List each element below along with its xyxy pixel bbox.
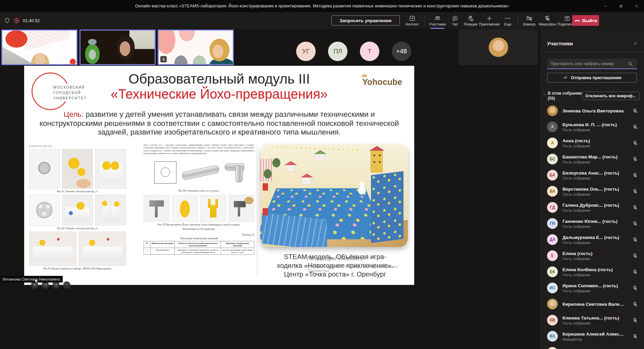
mic-off-icon[interactable] — [632, 285, 638, 291]
leave-button[interactable]: Выйти — [572, 15, 599, 26]
participant-text: Верстакова Оль... (гость)Гость собрания — [562, 186, 619, 197]
mic-off-icon[interactable] — [632, 269, 638, 275]
tab-more[interactable]: Еще — [500, 12, 516, 29]
avatar — [547, 105, 558, 116]
table-header: № — [144, 241, 151, 248]
participant-row[interactable]: ЕЕлена (гость)Гость собрания — [540, 248, 644, 264]
button-label: Реакции — [464, 22, 478, 26]
window-controls — [598, 0, 644, 12]
tab-reactions[interactable]: Реакции — [463, 12, 479, 29]
table-title: Типология технических решений — [144, 237, 254, 240]
tab-apps[interactable]: Приложения — [479, 12, 500, 29]
participant-name: Галина Дубровс... (гость) — [562, 202, 619, 208]
tab-people[interactable]: Участники — [427, 12, 448, 29]
mic-off-icon[interactable] — [632, 237, 638, 243]
participant-row[interactable]: БСБашкатова Мар... (гость)Гость собрания — [540, 151, 644, 167]
button-label: Приложения — [479, 22, 499, 26]
avatar: Е — [547, 250, 558, 261]
mic-off-icon[interactable] — [632, 172, 638, 178]
participant-text: Галина Дубровс... (гость)Гость собрания — [562, 202, 619, 213]
participant-row[interactable]: ААнна (гость)Гость собрания — [540, 135, 644, 151]
mic-off-icon[interactable] — [632, 205, 638, 210]
mic-off-icon[interactable] — [632, 156, 638, 162]
participant-role: Гость собрания — [562, 208, 619, 213]
slide-figures-mid: мент сочетать его с другими элементами, … — [144, 144, 254, 255]
participant-row[interactable]: БАБелоусова Анас... (гость)Гость собрани… — [540, 167, 644, 183]
chevron-down-icon[interactable] — [542, 92, 546, 96]
participant-row[interactable]: ГНГанненко Юлия... (гость)Гость собрания — [540, 215, 644, 232]
participant-text: Ганненко Юлия... (гость)Гость собрания — [562, 218, 618, 229]
avatar — [547, 299, 558, 309]
slide-goal: Цель: развитие у детей умения устанавлив… — [38, 110, 401, 137]
crown-icon — [362, 73, 368, 78]
shared-slide: МОСКОВСКИЙ ГОРОДСКОЙ УНИВЕРСИТЕТ Образов… — [24, 66, 414, 285]
close-panel-button[interactable] — [631, 39, 639, 47]
people-icon — [434, 15, 441, 22]
mic-off-icon[interactable] — [632, 124, 638, 130]
button-label: Чат — [452, 22, 458, 26]
restore-button[interactable] — [613, 0, 629, 12]
mouse-cursor — [34, 278, 40, 284]
participant-text: Корешков Алексей Александр...Инициатор — [562, 331, 626, 342]
participant-row[interactable]: ЕКЕлена Колбина (гость)Гость собрания — [540, 264, 644, 280]
section-label: В этом собрании (55) — [548, 91, 585, 101]
shield-icon — [4, 17, 10, 24]
teams-meeting-window: Онлайн мастер-класс «STEAMS-лаборатория:… — [0, 0, 644, 349]
minimize-button[interactable] — [598, 0, 613, 12]
participant-name: Верстакова Оль... (гость) — [562, 186, 619, 192]
participant-row[interactable]: ИСИрина Соломен... (гость)Гость собрания — [540, 280, 644, 296]
figure-caption: Рис.83 Модель корабля из набора «ЙОХО-3D… — [29, 267, 126, 270]
participant-role: Гость собрания — [562, 176, 619, 181]
participant-role: Гость собрания — [562, 128, 617, 132]
participant-row[interactable]: Зенкова Ольга Викторовна — [540, 103, 644, 119]
participant-role: Гость собрания — [562, 224, 618, 229]
figure-label: ЭЛЕМЕНТЫ ДЕТАЛЬ. — [29, 145, 126, 147]
mic-off-icon[interactable] — [632, 221, 638, 227]
avatar: КВ — [547, 315, 558, 326]
floating-more-button[interactable] — [63, 281, 70, 289]
mic-off-icon[interactable] — [632, 334, 638, 339]
participant-row[interactable] — [540, 344, 644, 349]
participant-role: Гость собрания — [562, 240, 619, 245]
send-invite-button[interactable]: Отправка приглашения — [547, 73, 637, 83]
participant-row[interactable]: ДАДальмурзаева Е... (гость)Гость собрани… — [540, 232, 644, 248]
invite-search-input[interactable] — [547, 59, 637, 69]
video-tile-avatar[interactable] — [459, 30, 538, 65]
tab-content[interactable]: Контент — [402, 12, 422, 29]
request-control-button[interactable]: Запросить управление — [331, 15, 400, 26]
device-mic-off[interactable]: Микрофон — [538, 12, 557, 29]
video-tile-participant[interactable] — [79, 30, 156, 65]
participant-row[interactable]: Кирилина Светлана Валерьевна — [540, 296, 644, 312]
participant-text: Дальмурзаева Е... (гость)Гость собрания — [562, 235, 619, 245]
avatar: КА — [547, 331, 558, 342]
participant-name: Зенкова Ольга Викторовна — [562, 108, 624, 114]
mic-off-icon[interactable] — [632, 108, 638, 114]
mic-off-icon[interactable] — [632, 189, 638, 194]
device-camera-off[interactable]: Камера — [521, 12, 538, 29]
close-window-button[interactable] — [629, 0, 644, 12]
avatar: БА — [547, 170, 558, 181]
tab-chat[interactable]: Чат — [448, 12, 463, 29]
slide-title: Образовательный модуль III — [24, 71, 414, 87]
participant-row[interactable]: ГДГалина Дубровс... (гость)Гость собрани… — [540, 199, 644, 215]
mic-off-icon[interactable] — [632, 253, 638, 259]
participant-row[interactable]: КАКорешков Алексей Александр...Инициатор — [540, 328, 644, 344]
camera-off-icon — [526, 15, 533, 22]
video-tile-participant-2[interactable] — [158, 30, 234, 65]
participant-bubble[interactable]: +48 — [383, 42, 420, 61]
mic-off-icon[interactable] — [632, 317, 638, 323]
participant-row[interactable]: ВАВерстакова Оль... (гость)Гость собрани… — [540, 183, 644, 199]
mic-off-icon[interactable] — [632, 140, 638, 146]
table-label: Таблица 12 — [144, 233, 254, 236]
recording-indicator: 01:40:52 — [4, 12, 40, 29]
mute-all-button[interactable]: Отключить все микроф... — [582, 92, 639, 100]
mic-off-icon[interactable] — [632, 301, 638, 307]
table-cell: Механические — [150, 248, 174, 254]
toolbar-tabs: КонтентУчастникиЧатРеакцииПриложенияЕщеК… — [402, 12, 578, 29]
participant-row[interactable]: Бунькова И. П. ... (гость)Гость собрания — [540, 119, 644, 135]
yohocube-logo: Yohocube — [362, 77, 402, 87]
video-tile-presenter[interactable] — [1, 30, 77, 65]
participant-row[interactable]: КВКлюева Татьяна... (гость)Гость собрани… — [540, 312, 644, 328]
chat-icon — [452, 15, 459, 22]
meeting-timer: 01:40:52 — [23, 18, 40, 23]
